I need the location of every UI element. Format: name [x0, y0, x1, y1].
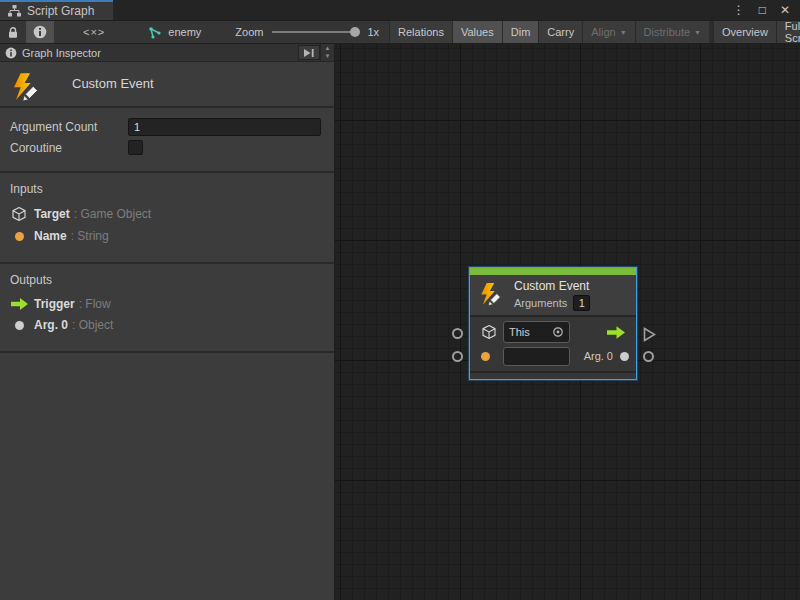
- custom-event-node[interactable]: Custom Event Arguments 1: [469, 267, 637, 380]
- tab-title: Script Graph: [27, 4, 94, 18]
- node-color-bar: [470, 268, 636, 275]
- trigger-flow-arrow-icon: [607, 326, 625, 339]
- scroll-up-icon[interactable]: ▲: [325, 45, 331, 52]
- custom-event-icon: [10, 71, 42, 105]
- values-button[interactable]: Values: [452, 21, 502, 43]
- unit-properties-section: Argument Count Coroutine: [0, 108, 334, 173]
- zoom-slider[interactable]: [272, 31, 358, 33]
- zoom-slider-handle[interactable]: [350, 27, 360, 37]
- graph-toolbar: <×> enemy Zoom 1x Relations Values Dim C…: [0, 20, 800, 44]
- node-arguments-label: Arguments: [514, 297, 567, 309]
- node-footer: [470, 371, 636, 379]
- full-screen-button[interactable]: Full Screen: [776, 21, 800, 43]
- coroutine-checkbox[interactable]: [128, 140, 143, 155]
- unit-title-section: Custom Event: [0, 62, 334, 108]
- align-dropdown[interactable]: Align ▼: [582, 21, 634, 43]
- object-dot-icon: [10, 321, 28, 330]
- custom-event-icon: [478, 281, 504, 309]
- arg0-dot-icon: [620, 352, 629, 361]
- coroutine-label: Coroutine: [10, 141, 128, 155]
- chevron-down-icon: ▼: [694, 29, 701, 36]
- output-row-arg0: Arg. 0 : Object: [10, 318, 324, 332]
- window-close-icon[interactable]: ✕: [780, 4, 790, 16]
- inputs-header: Inputs: [10, 182, 324, 196]
- arg0-label: Arg. 0: [584, 350, 613, 362]
- graph-inspector-panel: Graph Inspector ▲ ▼ Cust: [0, 44, 335, 600]
- argument-count-label: Argument Count: [10, 120, 128, 134]
- inspector-empty-area: [0, 353, 334, 600]
- panel-scrollbar[interactable]: ▲ ▼: [320, 44, 334, 61]
- inspector-toggle-button[interactable]: [26, 21, 54, 43]
- window-maximize-icon[interactable]: □: [759, 4, 766, 16]
- outputs-section: Outputs Trigger : Flow Arg. 0 : Object: [0, 264, 334, 353]
- distribute-dropdown[interactable]: Distribute ▼: [635, 21, 709, 43]
- game-object-cube-icon: [481, 324, 503, 340]
- node-header[interactable]: Custom Event Arguments 1: [470, 275, 636, 317]
- chevron-down-icon: ▼: [620, 29, 627, 36]
- argument-count-input[interactable]: [128, 118, 321, 136]
- dim-button[interactable]: Dim: [502, 21, 539, 43]
- dock-panel-button[interactable]: [298, 45, 320, 60]
- string-dot-icon: [481, 352, 503, 361]
- graph-canvas[interactable]: Custom Event Arguments 1: [335, 44, 800, 600]
- string-dot-icon: [10, 232, 28, 241]
- input-row-name: Name : String: [10, 229, 324, 243]
- object-picker-icon[interactable]: [552, 326, 564, 338]
- node-body: This Arg. 0: [470, 317, 636, 371]
- unit-title: Custom Event: [72, 76, 154, 91]
- lock-icon: [7, 26, 19, 39]
- game-object-cube-icon: [10, 206, 28, 222]
- code-icon: <×>: [83, 26, 105, 38]
- zoom-value: 1x: [367, 26, 379, 38]
- dock-icon: [303, 48, 315, 58]
- lock-button[interactable]: [0, 21, 26, 43]
- output-port-arg0[interactable]: [643, 351, 654, 362]
- graph-name: enemy: [168, 26, 201, 38]
- info-icon: [33, 25, 47, 39]
- input-port-name[interactable]: [452, 351, 463, 362]
- input-port-target[interactable]: [452, 328, 463, 339]
- name-string-field[interactable]: [503, 347, 570, 366]
- zoom-label: Zoom: [235, 26, 263, 38]
- title-bar: Script Graph ⋮ □ ✕: [0, 0, 800, 20]
- info-icon: [5, 47, 17, 59]
- target-object-field[interactable]: This: [503, 321, 570, 343]
- graph-breadcrumb[interactable]: enemy: [134, 21, 211, 43]
- tab-script-graph[interactable]: Script Graph: [0, 0, 113, 20]
- inputs-section: Inputs Target : Game Object Name : Strin…: [0, 173, 334, 264]
- graph-inspector-header: Graph Inspector ▲ ▼: [0, 44, 334, 62]
- input-row-target: Target : Game Object: [10, 206, 324, 222]
- relations-button[interactable]: Relations: [389, 21, 452, 43]
- carry-button[interactable]: Carry: [538, 21, 582, 43]
- code-preview-button[interactable]: <×>: [76, 21, 112, 43]
- node-title: Custom Event: [514, 279, 590, 293]
- zoom-control: Zoom 1x: [225, 21, 389, 43]
- flow-arrow-icon: [10, 298, 28, 310]
- output-port-trigger[interactable]: [643, 327, 656, 342]
- script-graph-icon: [8, 5, 21, 17]
- output-row-trigger: Trigger : Flow: [10, 297, 324, 311]
- panel-title: Graph Inspector: [22, 47, 101, 59]
- node-arguments-value[interactable]: 1: [573, 295, 590, 311]
- window-menu-icon[interactable]: ⋮: [733, 4, 745, 16]
- graph-asset-icon: [148, 26, 162, 39]
- scroll-down-icon[interactable]: ▼: [325, 53, 331, 60]
- outputs-header: Outputs: [10, 273, 324, 287]
- overview-button[interactable]: Overview: [713, 21, 776, 43]
